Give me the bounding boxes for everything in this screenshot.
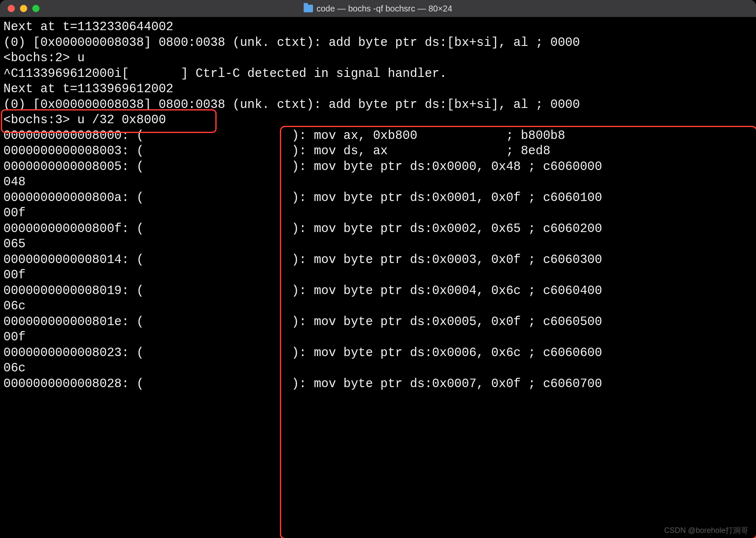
close-icon[interactable] [8,5,15,12]
titlebar: code — bochs -qf bochsrc — 80×24 [0,0,756,17]
minimize-icon[interactable] [20,5,27,12]
watermark-text: CSDN @borehole打洞哥 [664,525,748,535]
terminal-window: code — bochs -qf bochsrc — 80×24 Next at… [0,0,756,538]
window-title-text: code — bochs -qf bochsrc — 80×24 [316,4,452,14]
folder-icon [304,5,313,12]
window-controls [8,5,39,12]
window-title: code — bochs -qf bochsrc — 80×24 [304,4,452,14]
zoom-icon[interactable] [32,5,39,12]
terminal-output[interactable]: Next at t=1132330644002 (0) [0x000000008… [0,17,756,538]
